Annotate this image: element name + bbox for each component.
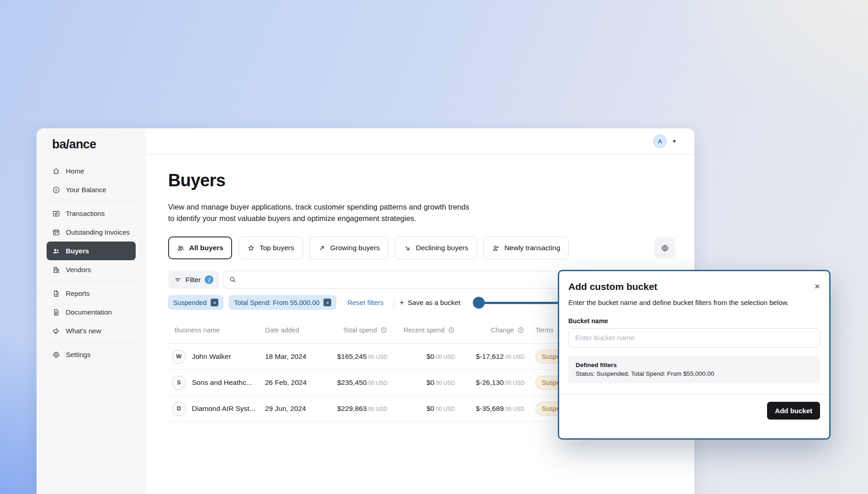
tab-label: All buyers bbox=[189, 244, 223, 252]
column-header-business-name: Business name bbox=[168, 326, 259, 334]
table-settings-button[interactable] bbox=[654, 237, 675, 258]
save-as-bucket-label: Save as a bucket bbox=[408, 299, 460, 306]
building-icon bbox=[52, 266, 60, 274]
topbar: A ▼ bbox=[146, 128, 694, 154]
tab-label: Newly transacting bbox=[504, 244, 560, 252]
megaphone-icon bbox=[52, 327, 60, 335]
sidebar-item-label: Settings bbox=[66, 351, 90, 358]
change: $-26,130.00 USD bbox=[460, 378, 524, 387]
home-icon bbox=[52, 167, 60, 175]
gear-icon bbox=[661, 244, 669, 252]
toolbar-divider bbox=[394, 297, 394, 308]
tab-all-buyers[interactable]: All buyers bbox=[168, 236, 232, 259]
sidebar-item-label: Your Balance bbox=[66, 186, 106, 194]
add-bucket-button[interactable]: Add bucket bbox=[767, 402, 820, 420]
tab-label: Growing buyers bbox=[330, 244, 380, 252]
recent-spend: $0.00 USD bbox=[393, 352, 455, 361]
filter-button[interactable]: Filter 2 bbox=[168, 271, 219, 289]
account-menu[interactable]: A ▼ bbox=[653, 135, 677, 148]
business-name: Sons and Heathc... bbox=[192, 378, 252, 387]
sidebar-item-transactions[interactable]: Transactions bbox=[47, 204, 136, 223]
sidebar-item-outstanding-invoices[interactable]: Outstanding Invoices bbox=[47, 223, 136, 242]
avatar: A bbox=[653, 135, 667, 148]
trend-up-icon bbox=[318, 244, 326, 252]
reset-filters-link[interactable]: Reset filters bbox=[347, 299, 383, 306]
sidebar-nav: Home $ Your Balance Transactions Outs bbox=[47, 162, 136, 364]
tab-label: Declining buyers bbox=[416, 244, 468, 252]
remove-filter-icon[interactable]: × bbox=[323, 299, 331, 306]
business-cell: S Sons and Heathc... bbox=[168, 376, 259, 390]
bucket-name-input[interactable] bbox=[568, 328, 820, 347]
balance-icon: $ bbox=[52, 186, 60, 194]
business-name: Diamond AIR Syst... bbox=[192, 405, 255, 413]
sidebar-item-vendors[interactable]: Vendors bbox=[47, 260, 136, 279]
sidebar-item-label: Home bbox=[66, 167, 84, 175]
tab-top-buyers[interactable]: Top buyers bbox=[238, 236, 303, 259]
add-custom-bucket-modal: Add custom bucket × Enter the bucket nam… bbox=[558, 270, 831, 440]
date-added: 18 Mar, 2024 bbox=[265, 352, 320, 361]
avatar: W bbox=[172, 350, 186, 364]
star-icon bbox=[247, 244, 255, 252]
avatar: S bbox=[172, 376, 186, 390]
defined-filters-title: Defined filters bbox=[576, 362, 813, 368]
save-as-bucket-button[interactable]: + Save as a bucket bbox=[400, 299, 460, 306]
people-icon bbox=[177, 244, 185, 252]
recent-spend: $0.00 USD bbox=[393, 405, 455, 413]
tab-label: Top buyers bbox=[259, 244, 294, 252]
sidebar-item-label: Vendors bbox=[66, 266, 91, 273]
modal-header: Add custom bucket × bbox=[568, 281, 820, 292]
tab-growing-buyers[interactable]: Growing buyers bbox=[309, 236, 389, 259]
total-spend: $235,450.00 USD bbox=[325, 378, 387, 387]
sidebar-item-reports[interactable]: Reports bbox=[47, 284, 136, 303]
sidebar-item-whats-new[interactable]: What’s new bbox=[47, 321, 136, 340]
close-icon[interactable]: × bbox=[815, 281, 820, 291]
page-description: View and manage buyer applications, trac… bbox=[168, 201, 470, 224]
bucket-name-label: Bucket name bbox=[568, 317, 820, 325]
sidebar-divider bbox=[47, 201, 136, 202]
sidebar-item-documentation[interactable]: Documentation bbox=[47, 303, 136, 321]
filter-chip-suspended: Suspended × bbox=[168, 295, 223, 310]
avatar: D bbox=[172, 402, 186, 416]
column-header-change: Change bbox=[460, 326, 524, 334]
column-header-date-added: Date added bbox=[265, 326, 320, 334]
change: $-35,689.00 USD bbox=[460, 405, 524, 413]
filter-count-badge: 2 bbox=[205, 275, 213, 284]
balance-logo: ba/ance bbox=[47, 137, 136, 152]
search-icon bbox=[229, 276, 237, 284]
search-input[interactable] bbox=[241, 275, 556, 284]
sidebar-item-buyers[interactable]: Buyers bbox=[47, 242, 136, 260]
sidebar-item-home[interactable]: Home bbox=[47, 162, 136, 180]
change: $-17,612.00 USD bbox=[460, 352, 524, 361]
clock-info-icon[interactable] bbox=[448, 326, 455, 334]
svg-text:$: $ bbox=[55, 188, 58, 192]
connector-line bbox=[479, 302, 559, 304]
filter-chip-total-spend: Total Spend: From 55,000.00 × bbox=[229, 295, 336, 310]
filter-chip-label: Suspended bbox=[173, 299, 206, 306]
column-header-total-spend: Total spend bbox=[325, 326, 387, 334]
total-spend: $229,863.00 USD bbox=[325, 405, 387, 413]
filter-button-label: Filter bbox=[185, 276, 201, 284]
sidebar: ba/ance Home $ Your Balance Transaction bbox=[37, 128, 146, 494]
search-bar: × bbox=[223, 271, 570, 289]
tab-declining-buyers[interactable]: Declining buyers bbox=[395, 236, 477, 259]
reports-icon bbox=[52, 289, 60, 298]
sidebar-item-label: Reports bbox=[66, 289, 90, 297]
total-spend: $165,245.00 USD bbox=[325, 352, 387, 361]
document-icon bbox=[52, 308, 60, 316]
recent-spend: $0.00 USD bbox=[393, 378, 455, 387]
sidebar-divider bbox=[47, 342, 136, 343]
column-header-recent-spend: Recent spend bbox=[393, 326, 455, 334]
person-add-icon bbox=[492, 244, 500, 252]
sidebar-item-label: Buyers bbox=[66, 247, 89, 255]
remove-filter-icon[interactable]: × bbox=[211, 299, 218, 306]
clock-info-icon[interactable] bbox=[380, 326, 387, 334]
sidebar-item-label: Transactions bbox=[66, 210, 105, 217]
sidebar-item-your-balance[interactable]: $ Your Balance bbox=[47, 180, 136, 199]
clock-info-icon[interactable] bbox=[517, 326, 524, 334]
modal-footer: Add bucket bbox=[559, 394, 829, 420]
business-cell: D Diamond AIR Syst... bbox=[168, 402, 259, 416]
sidebar-divider bbox=[47, 281, 136, 282]
sidebar-item-settings[interactable]: Settings bbox=[47, 345, 136, 364]
sidebar-item-label: What’s new bbox=[66, 327, 101, 335]
tab-newly-transacting[interactable]: Newly transacting bbox=[483, 236, 569, 259]
